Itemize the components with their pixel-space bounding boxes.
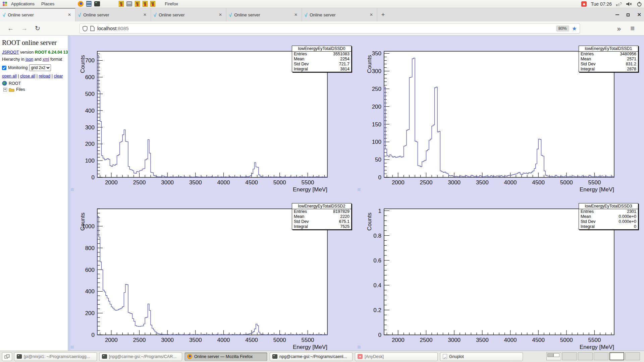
bookmark-star-icon[interactable]: ★ [572, 25, 577, 32]
histogram-pad-dssd2[interactable]: 0200400600800100020002500300035004000450… [70, 193, 357, 351]
reload-link[interactable]: reload [39, 74, 50, 78]
svg-text:2500: 2500 [133, 179, 146, 186]
forward-button[interactable]: → [21, 25, 28, 32]
back-button[interactable]: ← [7, 25, 14, 32]
stats-box-dssd2[interactable]: lowEnergyEyTotalDSSD2 Entries8197829 Mea… [292, 203, 352, 230]
layout-select[interactable]: grid 2x2 [29, 64, 51, 71]
zoom-level-badge[interactable]: 80% [556, 25, 569, 32]
svg-text:2500: 2500 [133, 337, 146, 343]
svg-text:400: 400 [85, 108, 95, 114]
tab-online-server[interactable]: √ Online server ✕ [226, 8, 302, 21]
midas-icon[interactable] [119, 1, 124, 7]
midas-icon[interactable] [135, 1, 140, 7]
jsroot-link[interactable]: JSROOT [2, 50, 19, 55]
workspace-cell[interactable] [546, 352, 561, 360]
url-bar[interactable]: localhost:8085 80% ★ [79, 23, 580, 34]
histogram-pad-dssd3[interactable]: 00.20.40.60.8120002500300035004000450050… [357, 193, 644, 351]
workspace-cell[interactable] [609, 352, 624, 360]
tab-close-icon[interactable]: ✕ [66, 12, 72, 18]
histogram-pad-dssd0[interactable]: 0100200300400500600700200025003000350040… [70, 36, 357, 193]
svg-text:0: 0 [378, 174, 381, 181]
task-button-gnuplot[interactable]: Gnuplot [440, 352, 523, 361]
minimize-button[interactable] [615, 14, 619, 15]
svg-text:100: 100 [372, 139, 381, 145]
firefox-launcher-icon[interactable] [78, 1, 84, 7]
workspace-cell[interactable] [562, 352, 577, 360]
task-button-terminal-npg1[interactable]: [npg@carme-gsi:~/Programs/CAR... [99, 352, 182, 361]
svg-text:4000: 4000 [504, 179, 517, 186]
svg-text:5000: 5000 [273, 337, 286, 343]
folder-icon [9, 87, 14, 92]
show-desktop-button[interactable] [2, 352, 12, 361]
stats-box-dssd0[interactable]: lowEnergyEyTotalDSSD0 Entries3551083 Mea… [292, 46, 352, 72]
pad-resize-handle[interactable] [71, 188, 74, 191]
workspace-cell[interactable] [594, 352, 608, 360]
task-button-terminal-npg2[interactable]: npg@carme-gsi:~/Programs/caenl... [270, 352, 353, 361]
pad-resize-handle[interactable] [358, 188, 361, 191]
tree-item-files[interactable]: Files [3, 87, 66, 92]
json-link[interactable]: json [25, 57, 33, 62]
svg-text:150: 150 [372, 121, 381, 128]
svg-text:350: 350 [372, 50, 381, 57]
svg-text:Counts: Counts [79, 55, 86, 73]
midas-icon[interactable] [143, 1, 148, 7]
svg-text:200: 200 [85, 141, 95, 147]
monitoring-checkbox[interactable] [2, 66, 6, 70]
hierarchy-line: Hierarchy in json and xml format [2, 57, 66, 62]
tab-online-server[interactable]: √ Online server ✕ [0, 8, 75, 21]
clear-link[interactable]: clear [54, 74, 63, 78]
tab-online-server[interactable]: √ Online server ✕ [75, 8, 151, 21]
places-menu[interactable]: Places [38, 0, 58, 8]
workspace-cell[interactable] [625, 352, 640, 360]
sidebar-divider[interactable] [68, 36, 70, 351]
power-icon[interactable] [637, 1, 642, 7]
tab-close-icon[interactable]: ✕ [217, 12, 223, 18]
tree-item-root[interactable]: ROOT [2, 81, 66, 86]
svg-text:2000: 2000 [105, 337, 118, 343]
url-text[interactable]: localhost:8085 [97, 26, 553, 31]
svg-text:4500: 4500 [245, 337, 258, 343]
stats-box-dssd1[interactable]: lowEnergyEyTotalDSSD1 Entries3480956 Mea… [579, 46, 638, 72]
applications-menu[interactable]: Applications [8, 0, 38, 8]
maximize-button[interactable] [627, 13, 630, 16]
tab-close-icon[interactable]: ✕ [293, 12, 299, 18]
reload-button[interactable]: ↻ [35, 24, 40, 32]
tab-close-icon[interactable]: ✕ [142, 12, 148, 18]
close-all-link[interactable]: close all [20, 74, 35, 78]
stat-value: 0.000e+0 [619, 219, 636, 224]
new-tab-button[interactable]: + [377, 8, 389, 21]
window-capture-icon[interactable] [126, 1, 132, 6]
active-window-label[interactable]: Firefox [165, 1, 178, 6]
histogram-pad-dssd1[interactable]: 0501001502002503003502000250030003500400… [357, 36, 644, 193]
svg-text:3000: 3000 [448, 179, 461, 186]
task-button-firefox[interactable]: Online server — Mozilla Firefox [184, 352, 267, 361]
network-unknown-icon[interactable]: ? [616, 1, 622, 7]
pad-resize-handle[interactable] [358, 346, 361, 349]
workspace-cell[interactable] [578, 352, 593, 360]
anydesk-tray-icon[interactable]: ◈ [581, 1, 587, 7]
svg-text:3000: 3000 [448, 337, 461, 343]
xml-link[interactable]: xml [43, 57, 49, 62]
expand-icon[interactable] [3, 88, 7, 92]
svg-text:2000: 2000 [392, 337, 405, 343]
task-button-anydesk[interactable]: ◈ [AnyDesk] [355, 352, 438, 361]
files-launcher-icon[interactable] [86, 1, 92, 7]
pad-resize-handle[interactable] [71, 346, 74, 349]
terminal-launcher-icon[interactable] [94, 1, 100, 6]
page-info-icon[interactable] [90, 26, 95, 31]
midas-icon[interactable] [150, 1, 155, 7]
volume-muted-icon[interactable] [626, 1, 633, 7]
shield-icon[interactable] [83, 26, 88, 32]
close-button[interactable]: ✕ [637, 12, 641, 18]
tab-close-icon[interactable]: ✕ [368, 12, 374, 18]
svg-text:3000: 3000 [161, 179, 174, 186]
clock[interactable]: Tue 07:26 [591, 1, 612, 7]
tab-online-server[interactable]: √ Online server ✕ [151, 8, 226, 21]
stat-label: Integral [294, 224, 308, 229]
stats-box-dssd3[interactable]: lowEnergyEyTotalDSSD3 Entries2301 Mean0.… [579, 203, 638, 230]
hamburger-menu-icon[interactable]: ≡ [630, 24, 635, 33]
tab-online-server[interactable]: √ Online server ✕ [302, 8, 377, 21]
open-all-link[interactable]: open all [2, 74, 17, 78]
overflow-menu-icon[interactable]: » [617, 24, 620, 33]
task-button-terminal-pi[interactable]: [pi@nnrpi1: ~/Programs/caenlogg... [14, 352, 97, 361]
